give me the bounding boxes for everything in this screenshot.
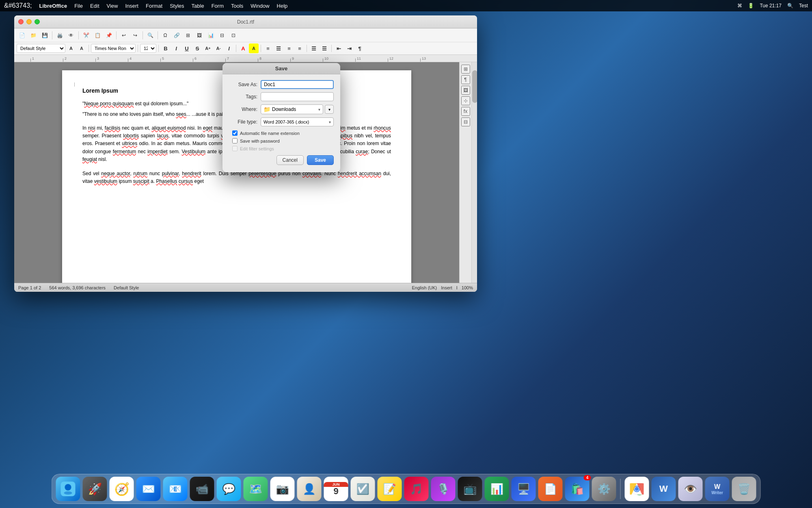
dock-launchpad-icon[interactable]: 🚀 [83, 477, 107, 501]
dock-appletv-icon[interactable]: 📺 [458, 477, 482, 501]
app-name-menu[interactable]: LibreOffice [39, 3, 67, 9]
table-menu[interactable]: Table [192, 3, 204, 9]
find-button[interactable]: 🔍 [145, 30, 155, 41]
dock-finder-icon[interactable] [56, 477, 80, 501]
dock-appstore-icon[interactable]: 🛍️ 4 [565, 477, 590, 501]
indent-less-button[interactable]: ⇤ [334, 43, 343, 53]
save-button[interactable]: Save [307, 155, 334, 165]
subscript-button[interactable]: A- [214, 43, 223, 53]
sidebar-styles-button[interactable]: ¶ [461, 75, 470, 84]
dock-mail2-icon[interactable]: 📧 [163, 477, 188, 501]
special-char-button[interactable]: Ω [160, 30, 171, 41]
sidebar-gallery-button[interactable]: 🖼 [461, 86, 470, 95]
auto-extension-checkbox[interactable] [232, 130, 238, 136]
save-password-checkbox[interactable] [232, 138, 238, 143]
paste-button[interactable]: 📌 [104, 30, 114, 41]
save-as-input[interactable] [261, 80, 334, 89]
dock-lowriter-icon[interactable]: W Writer [705, 477, 730, 501]
dock-contacts-icon[interactable]: 👤 [297, 477, 322, 501]
dock-pages-icon[interactable]: 📄 [538, 477, 563, 501]
search-icon[interactable]: 🔍 [787, 3, 793, 9]
paragraph-button[interactable]: ¶ [355, 43, 365, 53]
wifi-icon[interactable]: ⌘ [737, 3, 742, 9]
dock-word-icon[interactable]: W [652, 477, 676, 501]
dock-music-icon[interactable]: 🎵 [404, 477, 429, 501]
underline-button[interactable]: U [182, 43, 192, 53]
dock-reminders-icon[interactable]: ☑️ [351, 477, 375, 501]
vertical-scrollbar[interactable] [471, 62, 477, 283]
new-button[interactable]: 📄 [17, 30, 27, 41]
textframe-button[interactable]: ⊡ [228, 30, 239, 41]
open-button[interactable]: 📁 [28, 30, 39, 41]
undo-button[interactable]: ↩ [119, 30, 129, 41]
format-menu[interactable]: Format [146, 3, 162, 9]
minimize-button[interactable] [26, 19, 32, 24]
dock-chrome-icon[interactable] [625, 477, 649, 501]
font-size-select[interactable]: 12 [140, 44, 156, 53]
align-left-button[interactable]: ≡ [263, 43, 273, 53]
preview-button[interactable]: 👁 [66, 30, 76, 41]
dock-facetime-icon[interactable]: 📹 [190, 477, 214, 501]
dock-calendar-icon[interactable]: JUN 9 [324, 477, 348, 501]
edit-filter-checkbox[interactable] [232, 146, 238, 151]
battery-icon[interactable]: 🔋 [748, 3, 754, 9]
align-right-button[interactable]: ≡ [284, 43, 294, 53]
style-b-button[interactable]: A [77, 43, 86, 53]
dock-mail-icon[interactable]: ✉️ [136, 477, 161, 501]
dock-numbers-icon[interactable]: 📊 [485, 477, 509, 501]
chart-button[interactable]: 📊 [205, 30, 216, 41]
style-a-button[interactable]: A [66, 43, 76, 53]
styles-menu[interactable]: Styles [170, 3, 184, 9]
sidebar-functions-button[interactable]: fx [461, 107, 470, 116]
bullets-button[interactable]: ☰ [309, 43, 319, 53]
redo-button[interactable]: ↪ [130, 30, 140, 41]
image-button[interactable]: 🖼 [194, 30, 205, 41]
tags-input[interactable] [261, 92, 334, 101]
apple-menu[interactable]: &#63743; [4, 2, 32, 9]
sidebar-navigator-button[interactable]: ⊹ [461, 96, 470, 105]
print-button[interactable]: 🖨️ [54, 30, 65, 41]
dock-photos-icon[interactable]: 📷 [270, 477, 295, 501]
cut-button[interactable]: ✂️ [81, 30, 91, 41]
save-toolbar-button[interactable]: 💾 [39, 30, 50, 41]
fontcolor-button[interactable]: A [238, 43, 248, 53]
scrollbar-thumb[interactable] [472, 70, 477, 103]
font-name-select[interactable]: Times New Ron [91, 44, 136, 53]
cancel-button[interactable]: Cancel [276, 155, 304, 165]
maximize-button[interactable] [35, 19, 40, 24]
sidebar-manage-button[interactable]: ⊟ [461, 117, 470, 126]
dock-safari-icon[interactable]: 🧭 [110, 477, 134, 501]
italic-button[interactable]: I [171, 43, 181, 53]
strikethrough-button[interactable]: S [192, 43, 202, 53]
dock-keynote-icon[interactable]: 🖥️ [512, 477, 536, 501]
dock-maps-icon[interactable]: 🗺️ [244, 477, 268, 501]
dock-notes-icon[interactable]: 📝 [378, 477, 402, 501]
insert-menu[interactable]: Insert [125, 3, 138, 9]
where-select[interactable]: 📁 Downloads ▾ [261, 104, 323, 114]
superscript-button[interactable]: A+ [203, 43, 213, 53]
table-button[interactable]: ⊞ [183, 30, 193, 41]
numbered-button[interactable]: ☰ [320, 43, 329, 53]
help-menu[interactable]: Help [277, 3, 288, 9]
style-select[interactable]: Default Style [17, 44, 65, 53]
close-button[interactable] [18, 19, 24, 24]
bold-button[interactable]: B [161, 43, 171, 53]
copy-button[interactable]: 📋 [92, 30, 103, 41]
view-menu[interactable]: View [107, 3, 118, 9]
dock-trash-icon[interactable]: 🗑️ [732, 477, 756, 501]
dock-podcasts-icon[interactable]: 🎙️ [431, 477, 456, 501]
file-menu[interactable]: File [74, 3, 83, 9]
expand-button[interactable]: ▾ [325, 105, 334, 114]
form-button[interactable]: ⊟ [217, 30, 227, 41]
tools-menu[interactable]: Tools [231, 3, 243, 9]
edit-menu[interactable]: Edit [90, 3, 99, 9]
indent-more-button[interactable]: ⇥ [344, 43, 354, 53]
highlight-button[interactable]: A [249, 43, 259, 53]
align-justify-button[interactable]: ≡ [295, 43, 304, 53]
dock-preview-icon[interactable]: 👁️ [678, 477, 703, 501]
align-center-button[interactable]: ☰ [274, 43, 283, 53]
italic2-button[interactable]: I [224, 43, 234, 53]
dock-prefs-icon[interactable]: ⚙️ [592, 477, 616, 501]
hyperlink-button[interactable]: 🔗 [171, 30, 182, 41]
filetype-select[interactable]: Word 2007-365 (.docx) ▾ [261, 117, 334, 126]
